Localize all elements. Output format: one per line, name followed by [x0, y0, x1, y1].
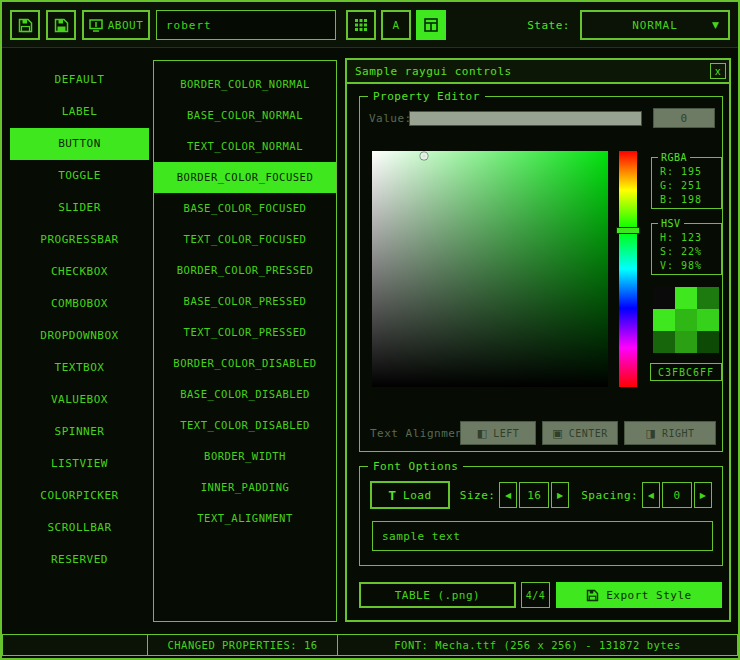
- rgba-label: RGBA: [658, 150, 690, 165]
- style-property-item[interactable]: TEXT_COLOR_FOCUSED: [154, 224, 336, 255]
- color-swatch[interactable]: [697, 287, 719, 309]
- style-name-input[interactable]: [156, 10, 336, 40]
- control-toggle-item[interactable]: VALUEBOX: [10, 384, 149, 416]
- font-t-icon: T: [388, 488, 396, 503]
- style-property-item[interactable]: BORDER_COLOR_PRESSED: [154, 255, 336, 286]
- value-text: 0: [680, 112, 687, 125]
- spacing-label: Spacing:: [581, 489, 638, 502]
- style-property-item[interactable]: BORDER_COLOR_FOCUSED: [154, 162, 336, 193]
- hsv-row: H: 123: [660, 231, 721, 245]
- about-icon: [89, 19, 103, 32]
- control-toggle-item[interactable]: TEXTBOX: [10, 352, 149, 384]
- export-format-button[interactable]: TABLE (.png): [359, 582, 516, 608]
- control-toggle-item[interactable]: COMBOBOX: [10, 288, 149, 320]
- color-saturation-panel[interactable]: [372, 151, 608, 387]
- properties-list: BORDER_COLOR_NORMALBASE_COLOR_NORMALTEXT…: [153, 60, 337, 622]
- rgba-row: B: 198: [660, 193, 721, 207]
- style-table-icon: [424, 18, 438, 32]
- color-selector-marker[interactable]: [420, 152, 427, 159]
- hsv-values: H: 123S: 22%V: 98%: [652, 224, 721, 273]
- control-toggle-item[interactable]: LABEL: [10, 96, 149, 128]
- style-property-item[interactable]: BASE_COLOR_FOCUSED: [154, 193, 336, 224]
- control-toggle-item[interactable]: LISTVIEW: [10, 448, 149, 480]
- spacing-increase-button[interactable]: ▶: [694, 482, 712, 508]
- about-button[interactable]: ABOUT: [82, 10, 150, 40]
- style-property-item[interactable]: BORDER_WIDTH: [154, 441, 336, 472]
- save-as-button[interactable]: [46, 10, 76, 40]
- control-toggle-item[interactable]: COLORPICKER: [10, 480, 149, 512]
- align-right-button[interactable]: ◨ RIGHT: [624, 421, 716, 445]
- arrow-left-icon: ◀: [648, 491, 655, 500]
- size-decrease-button[interactable]: ◀: [499, 482, 517, 508]
- hue-slider[interactable]: [619, 151, 637, 387]
- value-slider[interactable]: [409, 111, 642, 126]
- hue-slider-handle[interactable]: [616, 227, 640, 234]
- style-property-item[interactable]: BORDER_COLOR_DISABLED: [154, 348, 336, 379]
- state-label: State:: [527, 2, 570, 48]
- toolbar: ABOUT A State: NORMAL ▼: [2, 2, 738, 48]
- style-property-item[interactable]: INNER_PADDING: [154, 472, 336, 503]
- color-swatch[interactable]: [697, 331, 719, 353]
- value-label: Value:: [369, 112, 412, 125]
- sample-controls-window: Sample raygui controls x Property Editor…: [345, 58, 731, 622]
- control-toggle-item[interactable]: SLIDER: [10, 192, 149, 224]
- align-center-button[interactable]: ▣ CENTER: [542, 421, 618, 445]
- align-left-button[interactable]: ◧ LEFT: [460, 421, 536, 445]
- control-toggle-item[interactable]: RESERVED: [10, 544, 149, 576]
- export-style-button[interactable]: Export Style: [556, 582, 722, 608]
- color-swatch[interactable]: [675, 331, 697, 353]
- color-swatch[interactable]: [697, 309, 719, 331]
- grid-view-button[interactable]: [346, 10, 376, 40]
- value-box[interactable]: 0: [653, 108, 715, 128]
- color-swatch[interactable]: [653, 331, 675, 353]
- control-toggle-item[interactable]: CHECKBOX: [10, 256, 149, 288]
- control-toggle-item[interactable]: TOGGLE: [10, 160, 149, 192]
- color-swatch[interactable]: [675, 309, 697, 331]
- style-property-item[interactable]: BORDER_COLOR_NORMAL: [154, 69, 336, 100]
- color-swatch[interactable]: [653, 309, 675, 331]
- style-table-button[interactable]: [416, 10, 446, 40]
- style-property-item[interactable]: TEXT_COLOR_DISABLED: [154, 410, 336, 441]
- style-property-item[interactable]: BASE_COLOR_NORMAL: [154, 100, 336, 131]
- style-property-item[interactable]: TEXT_COLOR_PRESSED: [154, 317, 336, 348]
- control-toggle-item[interactable]: PROGRESSBAR: [10, 224, 149, 256]
- about-label: ABOUT: [108, 19, 144, 32]
- style-property-item[interactable]: BASE_COLOR_DISABLED: [154, 379, 336, 410]
- font-a-label: A: [392, 19, 399, 32]
- font-atlas-button[interactable]: A: [381, 10, 411, 40]
- style-property-item[interactable]: TEXT_COLOR_NORMAL: [154, 131, 336, 162]
- state-dropdown[interactable]: NORMAL ▼: [580, 10, 730, 40]
- font-load-button[interactable]: T Load: [370, 481, 450, 509]
- close-icon[interactable]: x: [710, 63, 726, 79]
- control-toggle-item[interactable]: BUTTON: [10, 128, 149, 160]
- spacing-value-box[interactable]: 0: [662, 482, 692, 508]
- hex-value-box[interactable]: C3FBC6FF: [650, 363, 722, 381]
- color-swatch[interactable]: [675, 287, 697, 309]
- color-swatch[interactable]: [653, 287, 675, 309]
- control-toggle-item[interactable]: DEFAULT: [10, 64, 149, 96]
- window-titlebar[interactable]: Sample raygui controls x: [347, 60, 729, 84]
- sample-text-input[interactable]: [372, 521, 713, 551]
- font-options-label: Font Options: [368, 459, 463, 474]
- color-swatch-grid[interactable]: [653, 287, 719, 353]
- control-toggle-item[interactable]: DROPDOWNBOX: [10, 320, 149, 352]
- size-increase-button[interactable]: ▶: [551, 482, 569, 508]
- hex-value: C3FBC6FF: [658, 367, 714, 378]
- style-property-item[interactable]: BASE_COLOR_PRESSED: [154, 286, 336, 317]
- rguistyler-window: ABOUT A State: NORMAL ▼ DEFAULT: [0, 0, 740, 660]
- grid-icon: [354, 18, 368, 32]
- size-value-box[interactable]: 16: [519, 482, 549, 508]
- control-toggle-item[interactable]: SCROLLBAR: [10, 512, 149, 544]
- hsv-group: HSV H: 123S: 22%V: 98%: [651, 223, 722, 275]
- style-property-item[interactable]: TEXT_ALIGNMENT: [154, 503, 336, 534]
- control-toggle-item[interactable]: SPINNER: [10, 416, 149, 448]
- size-label: Size:: [460, 489, 496, 502]
- rgba-values: R: 195G: 251B: 198: [652, 158, 721, 207]
- export-icon: [586, 589, 599, 602]
- save-style-button[interactable]: [10, 10, 40, 40]
- spacing-decrease-button[interactable]: ◀: [642, 482, 660, 508]
- hsv-row: S: 22%: [660, 245, 721, 259]
- chevron-down-icon: ▼: [712, 20, 720, 30]
- save-icon: [18, 18, 33, 33]
- rgba-row: G: 251: [660, 179, 721, 193]
